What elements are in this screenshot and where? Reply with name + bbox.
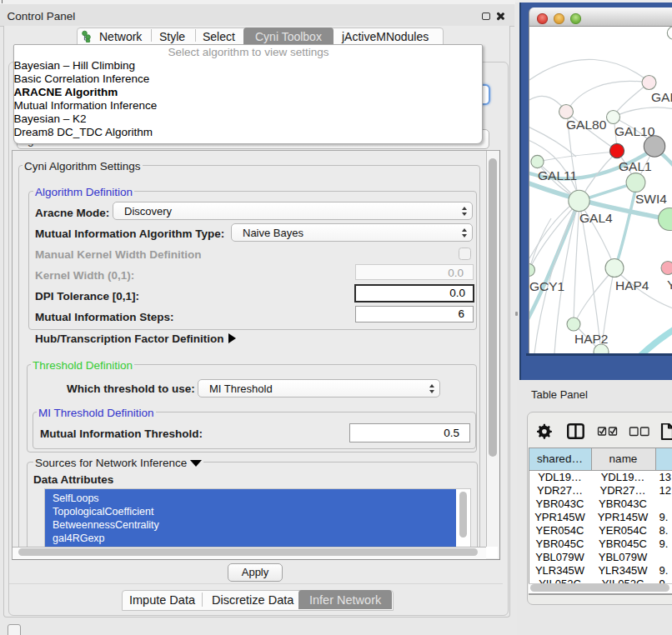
svg-text:Y: Y bbox=[667, 278, 672, 292]
svg-text:GAL1: GAL1 bbox=[619, 159, 652, 173]
svg-text:HAP2: HAP2 bbox=[574, 332, 609, 346]
svg-text:GCY1: GCY1 bbox=[529, 279, 564, 293]
svg-text:GAL: GAL bbox=[651, 90, 672, 104]
svg-text:GAL4: GAL4 bbox=[579, 211, 613, 225]
svg-text:GAL80: GAL80 bbox=[566, 118, 607, 132]
svg-text:SWI4: SWI4 bbox=[635, 192, 667, 206]
svg-text:GAL10: GAL10 bbox=[614, 124, 655, 138]
svg-text:HAP4: HAP4 bbox=[615, 278, 649, 292]
svg-text:GAL11: GAL11 bbox=[538, 168, 577, 182]
